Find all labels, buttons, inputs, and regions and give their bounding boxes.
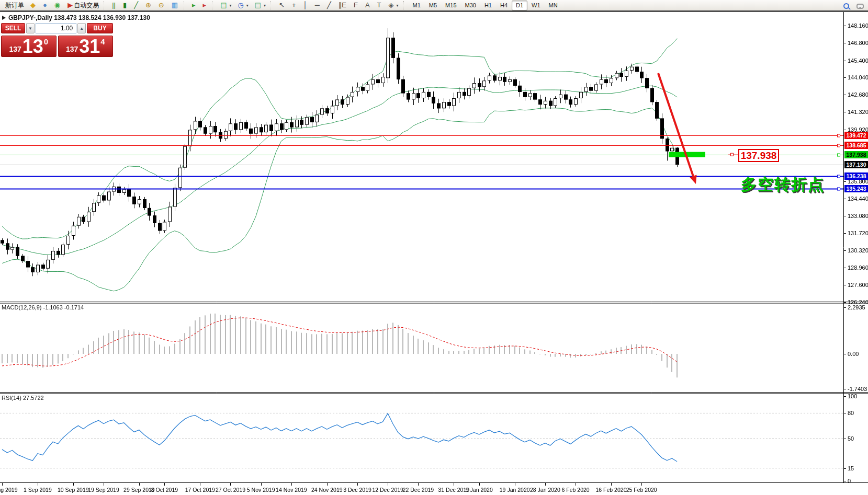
buy-price-pips: 31 [79, 38, 100, 55]
buy-button[interactable]: BUY [87, 23, 113, 33]
price-chart-canvas[interactable] [0, 0, 868, 495]
zoom-out-icon[interactable]: ⊖ [155, 1, 168, 10]
sell-price-pips: 13 [22, 38, 43, 55]
timeframe-button-d1[interactable]: D1 [512, 1, 527, 10]
dropdown-caret-icon: ▾ [229, 3, 231, 8]
toolbar-separator [403, 1, 407, 9]
zoom-out-icon-glyph: ⊖ [159, 1, 164, 9]
mt4-window: 新订单◆●◉▶自动交易||▮╱⊕⊖▦▸▸▤▾◷▾▤▾↖+│─╱∥EFAT◈▾ M… [0, 0, 868, 495]
toolbar-separator [212, 1, 216, 9]
toolbar-items: 新订单◆●◉▶自动交易||▮╱⊕⊖▦▸▸▤▾◷▾▤▾↖+│─╱∥EFAT◈▾ [2, 1, 409, 10]
toolbar-separator [104, 1, 107, 9]
candlestick-chart-icon-glyph: ▮ [123, 1, 127, 9]
new-order-button[interactable]: 新订单 [2, 1, 27, 10]
tile-windows-icon[interactable]: ▦ [168, 1, 182, 10]
dropdown-caret-icon: ▾ [246, 3, 249, 8]
timeframe-toolbar: M1M5M15M30H1H4D1W1MN [409, 1, 562, 10]
buy-price-figure: 137 [66, 45, 78, 53]
crosshair-icon-glyph: + [292, 1, 296, 9]
dropdown-caret-icon: ▾ [397, 3, 399, 8]
toolbar: 新订单◆●◉▶自动交易||▮╱⊕⊖▦▸▸▤▾◷▾▤▾↖+│─╱∥EFAT◈▾ M… [0, 0, 868, 12]
periods-dropdown[interactable]: ◷▾ [234, 1, 251, 10]
toolbar-separator [184, 1, 187, 9]
market-watch-icon[interactable]: ◆ [27, 1, 40, 10]
autotrading-button-glyph: ▶ [67, 1, 73, 9]
templates-dropdown[interactable]: ▤▾ [252, 1, 269, 10]
horizontal-line-icon-glyph: ─ [315, 1, 320, 9]
timeframe-button-m1[interactable]: M1 [409, 1, 425, 10]
crosshair-icon[interactable]: + [289, 1, 300, 10]
autotrading-button-label: 自动交易 [74, 1, 99, 10]
timeframe-button-m15[interactable]: M15 [441, 1, 460, 10]
text-icon[interactable]: A [362, 1, 374, 10]
navigator-icon-glyph: ● [43, 1, 47, 9]
bar-chart-icon[interactable]: || [109, 1, 120, 10]
timeframe-button-m5[interactable]: M5 [425, 1, 441, 10]
horizontal-line-icon[interactable]: ─ [312, 1, 324, 10]
templates-dropdown-glyph: ▤ [255, 1, 261, 9]
text-label-icon-glyph: T [377, 1, 381, 9]
toolbar-right [843, 1, 864, 11]
text-label-icon[interactable]: T [374, 1, 386, 10]
zoom-in-icon[interactable]: ⊕ [142, 1, 155, 10]
sell-price-point: 0 [44, 37, 48, 46]
chart-shift-icon-glyph: ▸ [203, 1, 207, 9]
timeframe-button-w1[interactable]: W1 [527, 1, 545, 10]
timeframe-button-h1[interactable]: H1 [480, 1, 496, 10]
shapes-dropdown[interactable]: ◈▾ [386, 1, 402, 10]
periods-dropdown-glyph: ◷ [238, 1, 243, 9]
tile-windows-icon-glyph: ▦ [172, 1, 178, 9]
fibonacci-icon-glyph: F [354, 1, 358, 9]
toolbar-separator [270, 1, 274, 9]
price-level-callout[interactable]: 137.938 [738, 149, 779, 162]
buy-price-point: 4 [100, 37, 105, 46]
dropdown-caret-icon: ▾ [264, 3, 266, 8]
equidistant-channel-icon[interactable]: ∥E [335, 1, 351, 10]
timeframe-button-h4[interactable]: H4 [496, 1, 512, 10]
cursor-icon-glyph: ↖ [279, 1, 285, 9]
market-watch-icon-glyph: ◆ [30, 1, 36, 9]
fibonacci-icon[interactable]: F [351, 1, 362, 10]
line-chart-icon[interactable]: ╱ [131, 1, 142, 10]
new-chart-dropdown[interactable]: ▤▾ [217, 1, 234, 10]
turning-point-note[interactable]: 多空转折点 [741, 174, 825, 195]
navigator-icon[interactable]: ● [40, 1, 51, 10]
cursor-icon[interactable]: ↖ [276, 1, 289, 10]
new-order-button-label: 新订单 [5, 1, 24, 10]
chat-icon[interactable] [856, 4, 864, 9]
auto-scroll-icon[interactable]: ▸ [189, 1, 200, 10]
new-chart-dropdown-glyph: ▤ [220, 1, 227, 9]
zoom-in-icon-glyph: ⊕ [145, 1, 151, 9]
candlestick-chart-icon[interactable]: ▮ [120, 1, 131, 10]
volume-field[interactable]: 1.00 [36, 23, 77, 33]
line-chart-icon-glyph: ╱ [134, 1, 138, 9]
timeframe-button-mn[interactable]: MN [545, 1, 562, 10]
shapes-dropdown-glyph: ◈ [389, 1, 394, 9]
terminal-icon-glyph: ◉ [54, 1, 60, 9]
sell-price-figure: 137 [9, 45, 21, 53]
trendline-icon[interactable]: ╱ [324, 1, 335, 10]
sell-price-display[interactable]: 137 13 0 [1, 36, 57, 57]
buy-price-display[interactable]: 137 31 4 [58, 36, 114, 57]
one-click-trading-panel: SELL ▼ 1.00 ▲ BUY 137 13 0 137 31 4 [1, 23, 113, 57]
terminal-icon[interactable]: ◉ [51, 1, 64, 10]
volume-decrease-button[interactable]: ▼ [26, 23, 35, 33]
search-icon[interactable] [843, 3, 849, 9]
bar-chart-icon-glyph: || [112, 1, 116, 9]
text-icon-glyph: A [365, 1, 370, 9]
equidistant-channel-icon-glyph: ∥E [339, 1, 346, 9]
volume-increase-button[interactable]: ▲ [77, 23, 86, 33]
chart-shift-icon[interactable]: ▸ [200, 1, 211, 10]
autotrading-button[interactable]: ▶自动交易 [64, 1, 102, 10]
auto-scroll-icon-glyph: ▸ [192, 1, 196, 9]
vertical-line-icon-glyph: │ [303, 1, 308, 9]
trendline-icon-glyph: ╱ [327, 1, 331, 9]
sell-button[interactable]: SELL [1, 23, 25, 33]
timeframe-button-m30[interactable]: M30 [461, 1, 480, 10]
vertical-line-icon[interactable]: │ [300, 1, 312, 10]
